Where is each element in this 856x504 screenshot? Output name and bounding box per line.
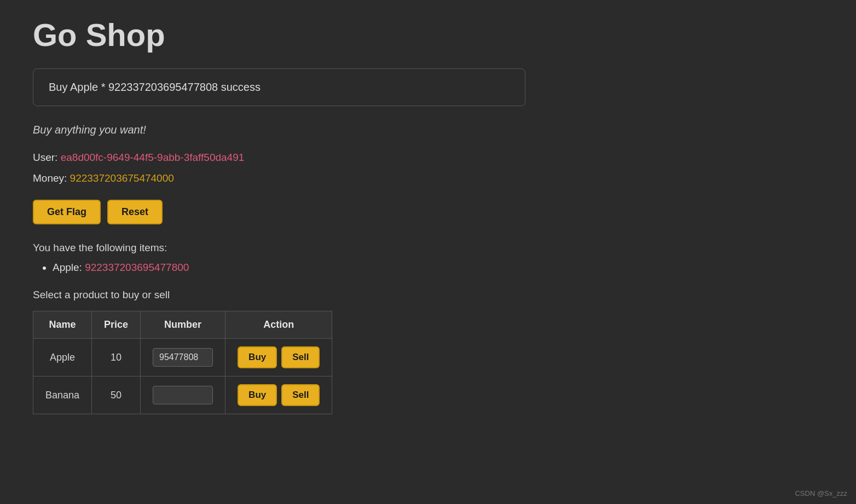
- banana-action-buttons: Buy Sell: [238, 384, 320, 406]
- money-label: Money:: [33, 172, 67, 184]
- reset-button[interactable]: Reset: [107, 200, 163, 224]
- status-box: Buy Apple * 922337203695477808 success: [33, 68, 525, 106]
- row-name: Apple: [33, 339, 92, 376]
- apple-number-input[interactable]: [153, 348, 213, 367]
- page-title: Go Shop: [33, 16, 823, 53]
- col-name: Name: [33, 311, 92, 339]
- apple-sell-button[interactable]: Sell: [281, 346, 320, 368]
- user-row: User: ea8d00fc-9649-44f5-9abb-3faff50da4…: [33, 147, 823, 168]
- row-action-cell: Buy Sell: [225, 339, 332, 376]
- item-name: Apple:: [53, 262, 85, 273]
- user-label: User:: [33, 152, 57, 163]
- row-number-cell: [141, 339, 225, 376]
- banana-buy-button[interactable]: Buy: [238, 384, 277, 406]
- user-info: User: ea8d00fc-9649-44f5-9abb-3faff50da4…: [33, 147, 823, 189]
- main-buttons: Get Flag Reset: [33, 200, 823, 224]
- watermark: CSDN @Sx_zzz: [795, 489, 847, 497]
- status-message: Buy Apple * 922337203695477808 success: [49, 81, 261, 93]
- items-title: You have the following items:: [33, 242, 823, 254]
- col-price: Price: [92, 311, 141, 339]
- table-row: Banana 50 Buy Sell: [33, 376, 332, 414]
- table-header-row: Name Price Number Action: [33, 311, 332, 339]
- apple-action-buttons: Buy Sell: [238, 346, 320, 368]
- item-quantity: 922337203695477800: [85, 262, 189, 273]
- col-action: Action: [225, 311, 332, 339]
- select-title: Select a product to buy or sell: [33, 289, 823, 301]
- apple-buy-button[interactable]: Buy: [238, 346, 277, 368]
- row-action-cell: Buy Sell: [225, 376, 332, 414]
- user-id: ea8d00fc-9649-44f5-9abb-3faff50da491: [61, 152, 245, 163]
- items-list: Apple: 922337203695477800: [33, 262, 823, 274]
- banana-sell-button[interactable]: Sell: [281, 384, 320, 406]
- row-price: 10: [92, 339, 141, 376]
- col-number: Number: [141, 311, 225, 339]
- subtitle: Buy anything you want!: [33, 124, 823, 136]
- table-row: Apple 10 Buy Sell: [33, 339, 332, 376]
- list-item: Apple: 922337203695477800: [53, 262, 823, 274]
- shop-table: Name Price Number Action Apple 10 Buy Se…: [33, 311, 332, 414]
- banana-number-input[interactable]: [153, 386, 213, 404]
- row-price: 50: [92, 376, 141, 414]
- money-row: Money: 922337203675474000: [33, 168, 823, 189]
- get-flag-button[interactable]: Get Flag: [33, 200, 101, 224]
- row-name: Banana: [33, 376, 92, 414]
- row-number-cell: [141, 376, 225, 414]
- money-value: 922337203675474000: [70, 172, 174, 184]
